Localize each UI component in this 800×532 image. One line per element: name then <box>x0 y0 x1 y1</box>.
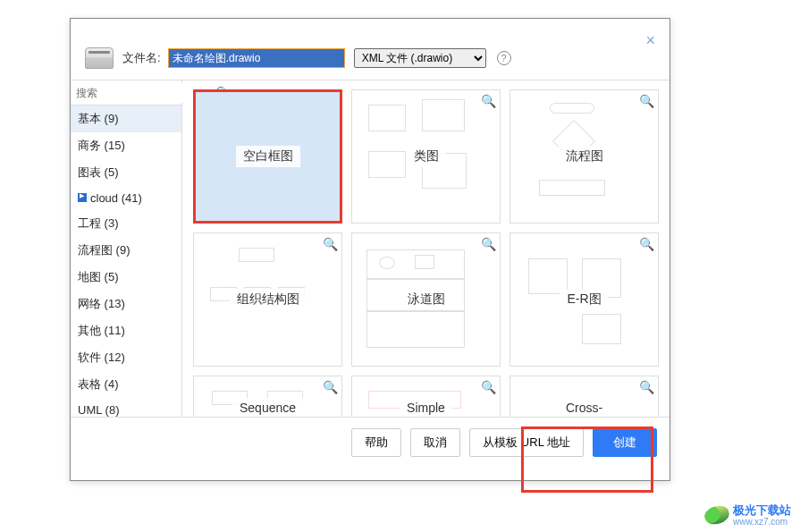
create-button[interactable]: 创建 <box>593 428 657 457</box>
new-diagram-dialog: × 文件名: XML 文件 (.drawio) ? 🔍 基本 (9)商务 (15… <box>70 18 670 481</box>
sidebar: 🔍 基本 (9)商务 (15)图表 (5)cloud (41)工程 (3)流程图… <box>71 80 182 417</box>
dialog-footer: 帮助 取消 从模板 URL 地址 创建 <box>71 418 669 468</box>
template-swimlane[interactable]: 🔍 泳道图 <box>351 232 501 367</box>
help-button[interactable]: 帮助 <box>351 428 401 457</box>
watermark-logo-icon <box>703 503 731 528</box>
category-item[interactable]: 其他 (11) <box>71 317 181 344</box>
template-label: 泳道图 <box>400 289 452 310</box>
category-label: 流程图 (9) <box>78 243 131 257</box>
template-label: Cross- <box>559 398 610 417</box>
help-icon[interactable]: ? <box>497 51 511 65</box>
template-label: 流程图 <box>559 146 611 167</box>
category-label: 商务 (15) <box>78 139 125 152</box>
category-label: cloud (41) <box>90 191 142 205</box>
template-blank[interactable]: 空白框图 <box>193 89 342 224</box>
file-format-select[interactable]: XML 文件 (.drawio) <box>354 48 486 68</box>
template-label: 类图 <box>407 146 446 167</box>
cancel-button[interactable]: 取消 <box>410 428 460 457</box>
file-name-label: 文件名: <box>122 50 161 66</box>
file-name-input[interactable] <box>168 48 345 68</box>
dialog-header: 文件名: XML 文件 (.drawio) ? <box>71 19 669 80</box>
watermark: 极光下载站 www.xz7.com <box>704 504 791 527</box>
template-org-chart[interactable]: 🔍 组织结构图 <box>193 232 342 367</box>
category-label: 表格 (4) <box>78 377 119 391</box>
category-item[interactable]: UML (8) <box>71 398 181 417</box>
template-class-diagram[interactable]: 🔍 类图 <box>351 89 501 224</box>
disk-icon <box>85 47 114 69</box>
template-flowchart[interactable]: 🔍 流程图 <box>509 89 659 224</box>
watermark-url: www.xz7.com <box>733 517 791 527</box>
search-row: 🔍 <box>71 80 181 106</box>
category-label: 网络 (13) <box>78 297 125 310</box>
template-label: Sequence <box>232 398 303 417</box>
category-list: 基本 (9)商务 (15)图表 (5)cloud (41)工程 (3)流程图 (… <box>71 106 181 417</box>
category-label: UML (8) <box>78 403 119 417</box>
watermark-title: 极光下载站 <box>733 504 791 517</box>
category-item[interactable]: 软件 (12) <box>71 344 181 371</box>
category-item[interactable]: 表格 (4) <box>71 371 181 398</box>
template-label: Simple <box>400 398 452 417</box>
category-item[interactable]: 商务 (15) <box>71 132 181 159</box>
category-item[interactable]: cloud (41) <box>71 186 181 210</box>
template-label: 空白框图 <box>236 146 300 167</box>
category-item[interactable]: 地图 (5) <box>71 264 181 291</box>
from-url-button[interactable]: 从模板 URL 地址 <box>469 428 584 457</box>
template-er-diagram[interactable]: 🔍 E-R图 <box>509 232 659 367</box>
category-item[interactable]: 网络 (13) <box>71 291 181 317</box>
template-grid: 空白框图 🔍 类图 🔍 流程图 <box>182 80 669 417</box>
close-icon[interactable]: × <box>645 31 655 50</box>
folder-icon <box>78 193 87 202</box>
category-label: 基本 (9) <box>78 112 119 125</box>
zoom-icon[interactable]: 🔍 <box>639 380 654 394</box>
template-sequence[interactable]: 🔍 Sequence <box>193 376 342 417</box>
category-label: 图表 (5) <box>78 165 119 179</box>
category-item[interactable]: 图表 (5) <box>71 159 181 186</box>
category-label: 地图 (5) <box>78 270 119 283</box>
category-item[interactable]: 流程图 (9) <box>71 237 181 264</box>
category-item[interactable]: 工程 (3) <box>71 210 181 237</box>
template-simple[interactable]: 🔍 Simple <box>351 376 501 417</box>
category-label: 其他 (11) <box>78 324 125 337</box>
category-item[interactable]: 基本 (9) <box>71 106 181 132</box>
template-cross[interactable]: 🔍 Cross- <box>509 376 659 417</box>
dialog-body: 🔍 基本 (9)商务 (15)图表 (5)cloud (41)工程 (3)流程图… <box>71 80 669 418</box>
category-label: 工程 (3) <box>78 216 119 230</box>
category-label: 软件 (12) <box>78 350 125 364</box>
template-label: 组织结构图 <box>230 289 307 310</box>
template-label: E-R图 <box>560 289 608 310</box>
